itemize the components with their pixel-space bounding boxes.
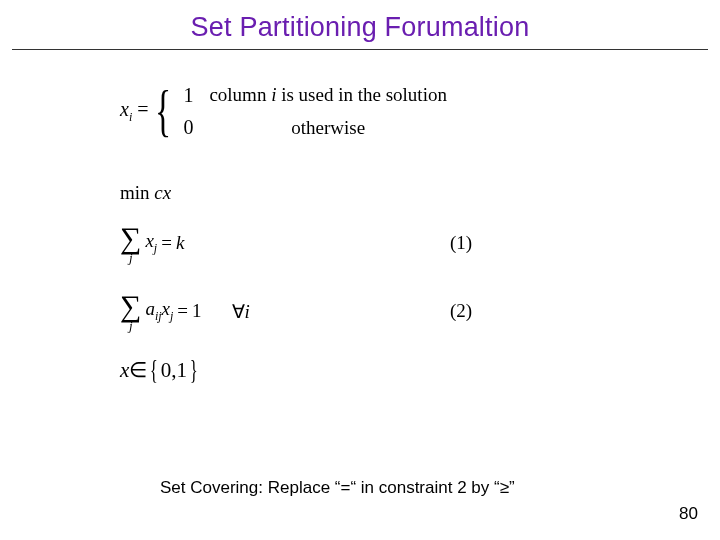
constraint-1-row: ∑ j xj = k (1) <box>120 218 720 268</box>
footnote: Set Covering: Replace “=“ in constraint … <box>160 478 515 498</box>
page-number: 80 <box>679 504 698 524</box>
sum-2-index: j <box>129 319 133 332</box>
sigma-icon: ∑ <box>120 291 141 321</box>
domain-in: ∈ <box>129 358 147 383</box>
constraint-2: ∑ j aij xj = 1 ∀i <box>120 286 720 336</box>
def-case-1-cond: column i is used in the solution <box>209 85 447 104</box>
c2-coef-var: a <box>145 298 155 319</box>
def-conditions-column: column i is used in the solution otherwi… <box>209 85 447 137</box>
set-lbrace-icon: { <box>150 354 158 386</box>
def-eq: = <box>132 98 148 120</box>
variable-definition: xi = { 1 0 column i is used in the solut… <box>120 80 720 142</box>
def-case-0-cond: otherwise <box>209 118 447 137</box>
def-case-0-value: 0 <box>183 117 193 137</box>
def-case-1-post: is used in the solution <box>276 84 446 105</box>
c1-rhs: k <box>176 232 184 254</box>
objective: min cx <box>120 182 720 204</box>
c2-rhs: 1 <box>192 300 202 322</box>
c2-coef-sub: ij <box>155 309 162 323</box>
forall-icon: ∀ <box>232 301 245 322</box>
left-brace-icon: { <box>155 83 172 139</box>
slide-title: Set Partitioning Forumaltion <box>0 0 720 49</box>
def-var: x <box>120 98 129 120</box>
c1-term-var: x <box>145 230 153 251</box>
c2-forall: ∀i <box>232 300 250 323</box>
c2-term: xj <box>162 298 174 324</box>
domain-x: x <box>120 358 129 383</box>
slide: Set Partitioning Forumaltion xi = { 1 0 … <box>0 0 720 540</box>
sum-1-index: j <box>129 251 133 264</box>
constraint-2-row: ∑ j aij xj = 1 ∀i (2) <box>120 286 720 336</box>
sigma-icon: ∑ <box>120 223 141 253</box>
def-case-1-pre: column <box>209 84 271 105</box>
constraint-2-number: (2) <box>450 300 472 322</box>
constraint-1: ∑ j xj = k <box>120 218 720 268</box>
def-values-column: 1 0 <box>183 85 209 137</box>
sum-2: ∑ j <box>120 291 145 332</box>
variable-domain: x ∈ { 0,1 } <box>120 354 720 386</box>
objective-cx: cx <box>150 182 172 203</box>
slide-body: xi = { 1 0 column i is used in the solut… <box>0 50 720 386</box>
constraint-1-number: (1) <box>450 232 472 254</box>
c2-coef: aij <box>145 298 161 324</box>
def-case-1-value: 1 <box>183 85 193 105</box>
def-lhs: xi = <box>120 98 155 125</box>
c2-forall-var: i <box>245 301 250 322</box>
objective-min: min <box>120 182 150 203</box>
sum-1: ∑ j <box>120 223 145 264</box>
set-rbrace-icon: } <box>190 354 198 386</box>
c2-eq: = <box>173 300 192 322</box>
c1-term: xj <box>145 230 157 256</box>
c1-eq: = <box>157 232 176 254</box>
c2-term-var: x <box>162 298 170 319</box>
domain-set: 0,1 <box>161 358 187 383</box>
